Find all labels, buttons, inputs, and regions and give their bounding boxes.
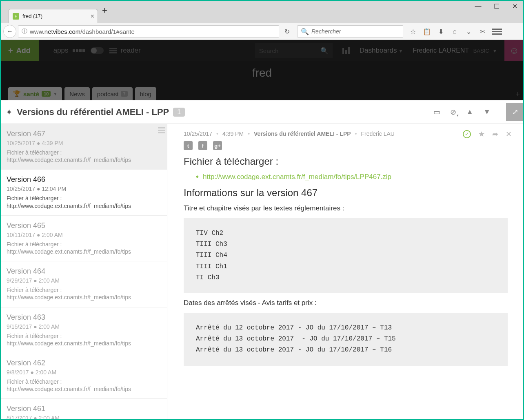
mark-read-button[interactable]: ✓ xyxy=(463,130,471,138)
list-item-title: Version 464 xyxy=(7,267,160,276)
bookmark-star-icon[interactable]: ☆ xyxy=(409,28,417,35)
browser-tab[interactable]: + fred (17) × xyxy=(8,9,98,23)
apps-label[interactable]: apps xyxy=(53,46,69,55)
code-block: Arrêté du 12 octobre 2017 - JO du 17/10/… xyxy=(184,313,508,366)
tab-label: podcast xyxy=(97,91,119,97)
list-item-meta: 8/17/2017 ● 2:00 AM xyxy=(7,415,160,420)
app-search[interactable]: 🔍 xyxy=(255,43,333,58)
tab-badge: 7 xyxy=(121,91,127,97)
app-header: + Add apps reader 🔍 Dashboards▼ Frederic… xyxy=(0,40,524,61)
bullet-icon: • xyxy=(196,172,199,181)
settings-sliders-icon[interactable] xyxy=(342,47,350,54)
dashboards-menu[interactable]: Dashboards▼ xyxy=(360,46,403,55)
browser-search-input[interactable] xyxy=(311,28,400,35)
caret-down-icon: ▼ xyxy=(398,49,403,53)
list-item-excerpt: http://www.codage.ext.cnamts.fr/f_mediam… xyxy=(7,340,160,347)
tab-badge: 10 xyxy=(42,91,51,97)
close-article-icon[interactable]: ✕ xyxy=(506,130,512,139)
url-bar[interactable]: ⓘ www.netvibes.com/dashboard/1#sante xyxy=(18,25,279,38)
plus-icon: + xyxy=(8,46,13,55)
window-minimize-button[interactable]: — xyxy=(469,0,487,12)
user-menu[interactable]: Frederic LAURENT BASIC ▼ xyxy=(413,47,497,54)
app-search-input[interactable] xyxy=(259,47,320,54)
tab-label: santé xyxy=(23,91,39,97)
extension-icon[interactable]: ✂ xyxy=(478,28,486,35)
clipboard-icon[interactable]: 📋 xyxy=(423,28,431,35)
browser-toolbar: ← ⓘ www.netvibes.com/dashboard/1#sante ↻… xyxy=(0,23,524,40)
article-content: ✓ ★ ➦ ✕ 10/25/2017• 4:39 PM• Versions du… xyxy=(167,124,524,420)
search-icon: 🔍 xyxy=(301,28,309,35)
tab-close-icon[interactable]: × xyxy=(91,13,94,20)
add-tab-button[interactable]: + xyxy=(511,88,524,100)
download-link[interactable]: http://www.codage.ext.cnamts.fr/f_mediam… xyxy=(203,173,391,181)
list-item-excerpt: http://www.codage.ext.cnamts.fr/f_mediam… xyxy=(7,202,160,210)
favicon-icon: + xyxy=(13,13,19,20)
list-item[interactable]: Version 4639/15/2017 ● 2:00 AMFichier à … xyxy=(0,307,167,353)
list-item-excerpt: Fichier à télécharger : xyxy=(7,378,160,385)
browser-search[interactable]: 🔍 xyxy=(297,25,403,38)
share-icon[interactable]: ➦ xyxy=(492,130,498,139)
reload-button[interactable]: ↻ xyxy=(281,28,293,35)
list-item-meta: 10/11/2017 ● 2:00 AM xyxy=(7,232,160,238)
list-item-excerpt: Fichier à télécharger : xyxy=(7,332,160,340)
layout-icon[interactable]: ▭ xyxy=(433,108,440,117)
add-label: Add xyxy=(16,46,31,55)
add-button[interactable]: + Add xyxy=(0,40,39,61)
twitter-share-icon[interactable]: t xyxy=(184,141,193,150)
downloads-icon[interactable]: ⬇ xyxy=(437,28,445,35)
reader-title: Versions du référentiel AMELI - LPP xyxy=(17,107,169,117)
list-item-meta: 10/25/2017 ● 4:39 PM xyxy=(7,140,160,146)
menu-icon[interactable] xyxy=(492,29,502,35)
search-icon: 🔍 xyxy=(320,47,329,55)
window-titlebar: + fred (17) × + — ☐ ✕ xyxy=(0,0,524,23)
list-item[interactable]: Version 46610/25/2017 ● 12:04 PMFichier … xyxy=(0,170,167,215)
caret-down-icon: ▼ xyxy=(493,49,497,53)
dashboard-tab[interactable]: 🏆santé10▼ xyxy=(8,87,62,100)
list-item-excerpt: Fichier à télécharger : xyxy=(7,241,160,248)
dashboard-tabs: 🏆santé10▼Newspodcast7blog+ xyxy=(0,85,524,100)
list-item-excerpt: http://www.codage.ext.cnamts.fr/f_mediam… xyxy=(7,248,160,255)
nav-back-button[interactable]: ← xyxy=(3,25,16,38)
home-icon[interactable]: ⌂ xyxy=(451,28,459,35)
view-toggle[interactable] xyxy=(91,47,104,54)
pocket-icon[interactable]: ⌄ xyxy=(464,28,473,35)
list-item[interactable]: Version 4629/8/2017 ● 2:00 AMFichier à t… xyxy=(0,353,167,399)
window-maximize-button[interactable]: ☐ xyxy=(487,0,506,12)
list-menu-icon[interactable] xyxy=(158,127,165,133)
collapse-icon[interactable]: ⤢ xyxy=(506,103,524,121)
star-icon[interactable]: ★ xyxy=(478,130,485,139)
code-block: TIV Ch2 TIII Ch3 TIII Ch4 TIII Ch1 TI Ch… xyxy=(184,218,508,293)
google-share-icon[interactable]: g+ xyxy=(213,141,222,150)
list-item[interactable]: Version 4618/17/2017 ● 2:00 AM xyxy=(0,399,167,420)
list-view-icon[interactable] xyxy=(109,48,117,53)
article-list: Version 46710/25/2017 ● 4:39 PMFichier à… xyxy=(0,124,167,420)
caret-down-icon: ▼ xyxy=(53,92,57,96)
facebook-share-icon[interactable]: f xyxy=(198,141,207,150)
list-item-excerpt: http://www.codage.ext.cnamts.fr/f_mediam… xyxy=(7,156,160,164)
list-item-meta: 9/29/2017 ● 2:00 AM xyxy=(7,277,160,284)
tab-label: News xyxy=(69,91,85,97)
next-icon[interactable]: ▼ xyxy=(483,108,491,116)
dashboard-tab[interactable]: blog xyxy=(135,87,156,100)
list-item-title: Version 465 xyxy=(7,221,160,230)
list-item-meta: 10/25/2017 ● 12:04 PM xyxy=(7,186,160,192)
article-paragraph: Dates des arrêtés visés - Avis tarifs et… xyxy=(184,299,508,307)
grid-view-icon[interactable] xyxy=(73,49,85,52)
list-item-title: Version 461 xyxy=(7,405,160,413)
mark-read-icon[interactable]: ⊘▾ xyxy=(450,108,456,117)
brand-logo-icon[interactable]: ☺ xyxy=(504,40,524,61)
dashboard-title: fred xyxy=(0,61,524,85)
list-item[interactable]: Version 4649/29/2017 ● 2:00 AMFichier à … xyxy=(0,261,167,307)
article-source-link[interactable]: Versions du référentiel AMELI - LPP xyxy=(254,130,351,137)
list-item[interactable]: Version 46710/25/2017 ● 4:39 PMFichier à… xyxy=(0,124,167,170)
new-tab-button[interactable]: + xyxy=(102,5,107,16)
article-heading: Fichier à télécharger : xyxy=(184,156,508,167)
dashboard-tab[interactable]: podcast7 xyxy=(92,87,133,100)
prev-icon[interactable]: ▲ xyxy=(466,108,473,116)
reader-label[interactable]: reader xyxy=(121,46,141,55)
list-item[interactable]: Version 46510/11/2017 ● 2:00 AMFichier à… xyxy=(0,216,167,261)
window-close-button[interactable]: ✕ xyxy=(506,0,524,12)
tab-label: blog xyxy=(140,91,151,97)
dashboard-tab[interactable]: News xyxy=(64,87,90,100)
list-item-excerpt: Fichier à télécharger : xyxy=(7,195,160,202)
